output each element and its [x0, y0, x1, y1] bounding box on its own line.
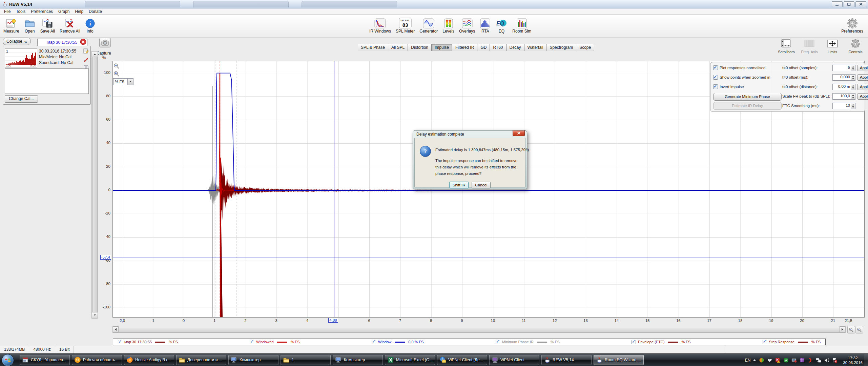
graph-tab[interactable]: All SPL	[388, 44, 408, 51]
zoom-out-x-icon[interactable]	[847, 326, 855, 333]
taskbar-button[interactable]: Microsoft Excel (C...	[385, 355, 435, 365]
taskbar-button[interactable]: Рабочая область...	[72, 355, 122, 365]
taskbar-button[interactable]: Компьютер	[228, 355, 278, 365]
toolbar-button[interactable]: i Info	[84, 16, 97, 34]
toolbar-button[interactable]: Levels	[441, 16, 456, 34]
graph-view-button[interactable]: Freq. Axis	[800, 39, 819, 54]
zoom-in-x-icon[interactable]	[855, 326, 863, 333]
cancel-button[interactable]: Cancel	[472, 182, 491, 188]
panel-button[interactable]: Estimate IR Delay	[713, 102, 782, 110]
capture-button[interactable]	[99, 38, 111, 47]
tray-network-icon[interactable]	[815, 357, 821, 363]
taskbar-button[interactable]: Новые Audigy Rx...	[124, 355, 174, 365]
graph-tab[interactable]: Distortion	[408, 44, 432, 51]
scroll-right-icon[interactable]	[840, 326, 845, 332]
checkbox[interactable]	[713, 65, 718, 70]
menu-item[interactable]: Donate	[86, 9, 105, 14]
graph-tab[interactable]: Spectrogram	[546, 44, 576, 51]
spinner[interactable]	[851, 94, 855, 99]
graph-tab[interactable]: Filtered IR	[452, 44, 477, 51]
tray-swoosh-icon[interactable]	[807, 357, 813, 363]
dialog-close-button[interactable]	[513, 130, 525, 136]
trace-checkbox[interactable]	[372, 340, 376, 344]
spinner[interactable]	[851, 84, 855, 90]
toolbar-button[interactable]: Room Sim	[511, 16, 533, 34]
tray-antivirus-icon[interactable]: K	[775, 357, 781, 363]
scrollbar-thumb[interactable]	[119, 327, 840, 333]
toolbar-button[interactable]: Overlays	[458, 16, 476, 34]
field-input[interactable]: 10	[832, 103, 855, 109]
scroll-up-icon[interactable]	[92, 51, 98, 57]
field-input[interactable]: 100,0	[832, 93, 855, 100]
taskbar-button[interactable]: 1	[281, 355, 331, 365]
tray-bat-icon[interactable]	[767, 357, 772, 363]
toolbar-button[interactable]: EQ EQ	[494, 16, 509, 34]
edit-notes-icon[interactable]	[83, 48, 89, 55]
taskbar-button[interactable]: Компьютер	[333, 355, 383, 365]
graph-tab[interactable]: Decay	[507, 44, 524, 51]
graph-tab[interactable]: RT60	[490, 44, 506, 51]
toolbar-button[interactable]: Save All	[39, 16, 56, 34]
graph-view-button[interactable]: Controls	[846, 39, 865, 54]
field-input[interactable]: 0,000	[832, 74, 855, 81]
preferences-button[interactable]: Preferences	[840, 16, 865, 34]
taskbar-button[interactable]: Доверенности и ...	[176, 355, 226, 365]
menu-item[interactable]: File	[1, 9, 13, 14]
show-desktop-button[interactable]	[864, 354, 868, 366]
language-indicator[interactable]: EN	[745, 358, 751, 363]
spinner[interactable]	[851, 75, 855, 80]
tray-ball-icon[interactable]	[759, 357, 764, 363]
menu-item[interactable]: Preferences	[28, 9, 56, 14]
taskbar-button[interactable]: ViPNet Client [Де...	[437, 355, 487, 365]
graph-tab[interactable]: Waterfall	[524, 44, 547, 51]
tray-volume-icon[interactable]	[824, 357, 829, 363]
taskbar-clock[interactable]: 17:32 30.03.2016	[843, 355, 863, 365]
tray-expand-icon[interactable]	[753, 359, 756, 361]
graph-tab[interactable]: Impulse	[432, 44, 452, 51]
trace-checkbox[interactable]	[118, 340, 122, 344]
graph-tab[interactable]: Scope	[576, 44, 594, 51]
apply-button[interactable]: Apply	[857, 65, 868, 71]
apply-button[interactable]: Apply	[857, 93, 868, 100]
close-measurement-icon[interactable]	[80, 39, 86, 45]
zoom-out-y-icon[interactable]	[113, 70, 120, 77]
tray-display-icon[interactable]	[791, 357, 797, 363]
trace-checkbox[interactable]	[763, 340, 767, 344]
collapse-panel-button[interactable]: Collapse «	[3, 38, 31, 45]
taskbar-button[interactable]: Room EQ Wizard ...	[594, 355, 644, 365]
graph-tab[interactable]: SPL & Phase	[358, 44, 388, 51]
taskbar-button[interactable]: СКУД - Управлен...	[20, 355, 70, 365]
field-input[interactable]: 0,00 m	[832, 84, 855, 90]
checkbox[interactable]	[713, 84, 718, 89]
scroll-left-icon[interactable]	[113, 326, 119, 332]
zoom-in-y-icon[interactable]	[113, 63, 120, 69]
shift-ir-button[interactable]: Shift IR	[449, 182, 469, 188]
maximize-button[interactable]	[844, 1, 854, 7]
measurement-thumbnail[interactable]: 1 100 5.0k	[5, 48, 37, 67]
close-button[interactable]	[855, 1, 866, 7]
measurement-notes-field[interactable]	[5, 68, 89, 94]
toolbar-button[interactable]: Open	[23, 16, 37, 34]
tray-green-icon[interactable]	[783, 357, 789, 363]
taskbar-button[interactable]: REW V5,14	[541, 355, 592, 365]
field-input[interactable]: -5	[832, 65, 855, 71]
toolbar-button[interactable]: Remove All	[58, 16, 82, 34]
y-axis-unit-select[interactable]: % FS	[113, 78, 133, 85]
toolbar-button[interactable]: Measure	[2, 16, 21, 34]
graph-view-button[interactable]: Scrollbars	[777, 39, 796, 54]
trace-color-icon[interactable]	[83, 57, 89, 63]
graph-horizontal-scrollbar[interactable]	[112, 326, 846, 333]
tray-grid-icon[interactable]	[799, 357, 805, 363]
menu-item[interactable]: Tools	[13, 9, 28, 14]
toolbar-button[interactable]: Generator	[418, 16, 439, 34]
graph-view-button[interactable]: Limits	[823, 39, 842, 54]
menu-item[interactable]: Graph	[56, 9, 72, 14]
apply-button[interactable]: Apply	[857, 84, 868, 90]
tray-flag-icon[interactable]	[832, 357, 838, 363]
trace-checkbox[interactable]	[250, 340, 254, 344]
minimize-button[interactable]	[832, 1, 843, 7]
menu-item[interactable]: Help	[72, 9, 86, 14]
graph-tab[interactable]: GD	[477, 44, 490, 51]
spinner[interactable]	[851, 65, 855, 71]
start-button[interactable]	[2, 354, 14, 366]
